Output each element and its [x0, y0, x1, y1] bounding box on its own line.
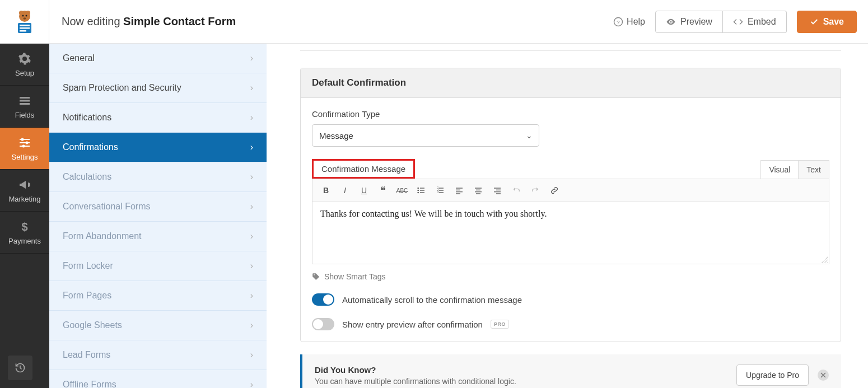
- svg-rect-27: [439, 188, 444, 188]
- editor-tab-visual[interactable]: Visual: [760, 160, 799, 179]
- sidebar-item-pages[interactable]: Form Pages ›: [49, 281, 267, 311]
- dismiss-button[interactable]: [818, 370, 829, 381]
- underline-button[interactable]: U: [356, 183, 372, 198]
- ul-button[interactable]: [413, 183, 429, 198]
- save-button[interactable]: Save: [797, 11, 857, 33]
- svg-text:3: 3: [437, 191, 439, 194]
- sidebar-item-label: Calculations: [63, 172, 111, 182]
- sidebar-item-label: Form Pages: [63, 291, 111, 301]
- svg-rect-7: [20, 25, 30, 26]
- svg-rect-34: [456, 191, 463, 192]
- ol-button[interactable]: 123: [432, 183, 448, 198]
- sidebar-item-notifications[interactable]: Notifications ›: [49, 103, 267, 133]
- rail-item-payments[interactable]: $ Payments: [0, 212, 49, 254]
- align-center-button[interactable]: [470, 183, 486, 198]
- confirmation-message-label: Confirmation Message: [312, 159, 415, 179]
- editor-toolbar: B I U ❝ ABC 123: [312, 179, 829, 202]
- svg-rect-29: [439, 190, 444, 190]
- align-left-button[interactable]: [451, 183, 467, 198]
- svg-rect-21: [420, 188, 424, 188]
- svg-point-17: [26, 141, 29, 144]
- help-link[interactable]: ? Help: [613, 17, 645, 27]
- wpforms-logo-icon: [11, 8, 38, 35]
- message-textarea[interactable]: Thanks for contacting us! We will be in …: [312, 202, 829, 264]
- rail-item-fields[interactable]: Fields: [0, 86, 49, 128]
- embed-button[interactable]: Embed: [723, 11, 787, 33]
- svg-point-22: [417, 190, 419, 191]
- svg-point-5: [23, 17, 26, 20]
- rail-item-marketing[interactable]: Marketing: [0, 170, 49, 212]
- sidebar-item-abandonment[interactable]: Form Abandonment ›: [49, 222, 267, 251]
- sidebar-item-locker[interactable]: Form Locker ›: [49, 251, 267, 281]
- now-editing-title: Now editing Simple Contact Form: [62, 15, 236, 28]
- quote-button[interactable]: ❝: [375, 183, 391, 198]
- svg-point-2: [26, 11, 30, 15]
- dyk-title: Did You Know?: [315, 365, 516, 375]
- svg-point-24: [417, 192, 419, 194]
- sidebar-item-label: Google Sheets: [63, 320, 122, 330]
- sidebar-item-spam[interactable]: Spam Protection and Security ›: [49, 73, 267, 103]
- upgrade-button[interactable]: Upgrade to Pro: [736, 364, 809, 386]
- sidebar-item-general[interactable]: General ›: [49, 44, 267, 73]
- chevron-right-icon: ›: [250, 53, 253, 63]
- rail-item-setup[interactable]: Setup: [0, 44, 49, 86]
- sidebar-item-label: Conversational Forms: [63, 202, 151, 212]
- italic-button[interactable]: I: [337, 183, 353, 198]
- svg-rect-41: [496, 190, 501, 190]
- svg-point-18: [22, 144, 25, 147]
- message-editor: B I U ❝ ABC 123: [312, 179, 829, 264]
- svg-point-20: [417, 188, 419, 189]
- svg-point-4: [25, 15, 27, 16]
- main-content: Default Confirmation Confirmation Type M…: [267, 44, 858, 388]
- sidebar-item-offline[interactable]: Offline Forms ›: [49, 370, 267, 388]
- align-right-button[interactable]: [489, 183, 505, 198]
- svg-rect-38: [475, 191, 482, 192]
- confirmation-panel: Default Confirmation Confirmation Type M…: [300, 68, 841, 342]
- sliders-icon: [18, 136, 31, 149]
- editor-tabs: Visual Text: [760, 160, 829, 179]
- dyk-body: You can have multiple confirmations with…: [315, 377, 516, 386]
- sidebar-item-label: Form Locker: [63, 261, 113, 271]
- confirmation-type-select[interactable]: Message: [312, 124, 539, 147]
- save-label: Save: [823, 17, 844, 27]
- svg-text:$: $: [21, 221, 27, 233]
- gear-icon: [18, 52, 31, 66]
- history-button[interactable]: [8, 356, 32, 380]
- svg-point-12: [670, 21, 672, 22]
- svg-rect-9: [20, 30, 26, 32]
- settings-sidebar[interactable]: General › Spam Protection and Security ›…: [49, 44, 267, 388]
- redo-button[interactable]: [528, 183, 543, 198]
- topbar-actions: ? Help Preview Embed Save: [613, 11, 857, 33]
- form-name[interactable]: Simple Contact Form: [123, 15, 236, 27]
- rail-item-settings[interactable]: Settings: [0, 128, 49, 170]
- sidebar-item-calculations[interactable]: Calculations ›: [49, 162, 267, 192]
- sidebar-item-confirmations[interactable]: Confirmations ›: [49, 133, 267, 162]
- left-rail: Setup Fields Settings Marketing $ Paymen…: [0, 44, 49, 388]
- help-label: Help: [627, 17, 645, 27]
- preview-button[interactable]: Preview: [655, 11, 723, 33]
- sidebar-item-sheets[interactable]: Google Sheets ›: [49, 311, 267, 340]
- tag-icon: [312, 273, 320, 281]
- rail-label: Setup: [15, 69, 34, 77]
- chevron-right-icon: ›: [250, 291, 253, 301]
- resize-handle-icon[interactable]: [821, 256, 829, 264]
- svg-rect-39: [476, 193, 480, 194]
- sidebar-item-conversational[interactable]: Conversational Forms ›: [49, 192, 267, 222]
- editor-tab-text[interactable]: Text: [799, 160, 829, 179]
- bold-button[interactable]: B: [318, 183, 334, 198]
- logo: [0, 0, 49, 44]
- strike-button[interactable]: ABC: [394, 183, 410, 198]
- undo-button[interactable]: [508, 183, 524, 198]
- entry-preview-toggle[interactable]: [312, 318, 334, 330]
- now-editing-prefix: Now editing: [62, 15, 123, 27]
- link-button[interactable]: [547, 183, 562, 198]
- autoscroll-toggle[interactable]: [312, 293, 334, 306]
- svg-rect-31: [439, 192, 444, 193]
- svg-text:?: ?: [617, 18, 620, 25]
- svg-rect-37: [476, 190, 480, 190]
- rail-label: Marketing: [8, 195, 40, 203]
- svg-rect-25: [420, 192, 424, 193]
- confirmation-type-wrap: Message ⌄: [312, 124, 539, 147]
- sidebar-item-leads[interactable]: Lead Forms ›: [49, 340, 267, 370]
- show-smart-tags-link[interactable]: Show Smart Tags: [312, 272, 829, 281]
